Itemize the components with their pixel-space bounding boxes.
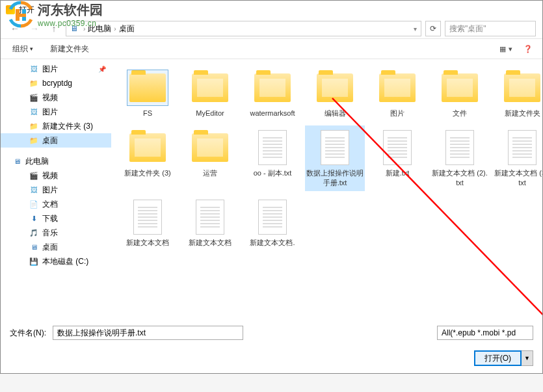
sidebar-item[interactable]: 🖼图片 — [1, 183, 111, 197]
sidebar-item-label: 新建文件夹 (3) — [42, 121, 93, 132]
file-item[interactable]: 图片 — [367, 66, 427, 122]
sidebar-item[interactable]: 💾本地磁盘 (C:) — [1, 254, 111, 268]
file-item[interactable]: oo - 副本.txt — [243, 125, 302, 191]
folder-icon — [192, 133, 228, 162]
file-item[interactable]: 新建文本文档 (3).txt — [492, 125, 542, 191]
file-label: 新建文本文档 — [189, 238, 232, 247]
text-file-icon — [258, 200, 287, 235]
sidebar-item-label: 音乐 — [42, 228, 58, 239]
folder-icon — [192, 73, 228, 102]
app-icon — [6, 5, 15, 14]
sidebar-item-label: 此电脑 — [25, 156, 49, 167]
download-icon: ⬇ — [29, 214, 38, 223]
up-button[interactable]: ↑ — [46, 21, 62, 36]
sidebar-item-label: 文档 — [42, 199, 58, 210]
pc-icon: 🖥 — [12, 157, 21, 166]
file-label: 编辑器 — [324, 109, 346, 118]
breadcrumb-current[interactable]: 桌面 — [119, 23, 135, 34]
filename-row: 文件名(N): All(*.epub *.mobi *.pd — [1, 319, 542, 346]
folder-icon: 📁 — [29, 136, 38, 145]
folder-icon — [317, 73, 353, 102]
search-placeholder: 搜索"桌面" — [449, 23, 486, 34]
text-file-icon — [258, 130, 287, 165]
sidebar-item-label: 桌面 — [42, 242, 58, 253]
sidebar-item[interactable]: 🎵音乐 — [1, 226, 111, 240]
file-label: 文件 — [453, 109, 467, 118]
file-label: MyEditor — [196, 109, 224, 118]
sidebar-item[interactable]: 🖥桌面 — [1, 240, 111, 254]
folder-icon: 📁 — [29, 79, 38, 88]
folder-icon — [129, 133, 166, 162]
doc-icon: 📄 — [29, 200, 38, 209]
file-item[interactable]: 新建文本文档 — [118, 195, 178, 251]
chevron-down-icon: ▾ — [30, 46, 33, 52]
sidebar-item-label: 图片 — [42, 64, 58, 75]
filename-input[interactable] — [53, 326, 243, 340]
breadcrumb[interactable]: 🖥 › 此电脑 › 桌面 ▾ — [66, 21, 421, 36]
refresh-button[interactable]: ⟳ — [425, 21, 441, 36]
sidebar-item[interactable]: ⬇下载 — [1, 211, 111, 226]
file-item[interactable]: 新建文件夹 (3) — [118, 125, 178, 191]
music-icon: 🎵 — [29, 228, 38, 237]
chevron-down-icon[interactable]: ▾ — [414, 25, 417, 33]
video-icon: 🎬 — [29, 93, 38, 102]
chevron-right-icon: › — [114, 25, 116, 33]
file-area[interactable]: FSMyEditorwatermarksoft编辑器图片文件新建文件夹新建文件夹… — [111, 59, 542, 319]
sidebar-item[interactable]: 🎬视频 — [1, 90, 111, 105]
sidebar-item[interactable]: 🖼图片 — [1, 105, 111, 119]
open-button[interactable]: 打开(O) — [474, 350, 522, 366]
organize-button[interactable]: 组织 ▾ — [7, 41, 38, 57]
file-item[interactable]: 新建文件夹 — [492, 66, 542, 122]
pic-icon: 🖼 — [29, 107, 38, 116]
breadcrumb-root[interactable]: 此电脑 — [88, 23, 111, 34]
sidebar-item-label: bcryptdg — [42, 79, 72, 88]
sidebar-item[interactable]: 🖼图片📌 — [1, 62, 111, 76]
pic-icon: 🖼 — [29, 64, 38, 73]
video-icon: 🎬 — [29, 171, 38, 180]
chevron-right-icon: › — [83, 25, 85, 33]
text-file-icon — [383, 130, 412, 165]
text-file-icon — [445, 130, 474, 165]
file-item[interactable]: 数据上报操作说明手册.txt — [305, 125, 365, 191]
text-file-icon — [508, 130, 536, 165]
text-file-icon — [196, 200, 224, 235]
file-item[interactable]: MyEditor — [180, 66, 240, 122]
sidebar-item-label: 本地磁盘 (C:) — [42, 256, 88, 267]
file-item[interactable]: 文件 — [430, 66, 490, 122]
view-mode-button[interactable]: ▦ ▾ — [498, 42, 514, 55]
file-item[interactable]: 新建文本文档. — [243, 195, 302, 251]
file-item[interactable]: FS — [118, 66, 178, 122]
folder-icon — [504, 73, 540, 102]
sidebar-item[interactable]: 📁新建文件夹 (3) — [1, 119, 111, 133]
toolbar: 组织 ▾ 新建文件夹 ▦ ▾ ❓ — [1, 38, 542, 59]
file-item[interactable]: watermarksoft — [243, 66, 302, 122]
forward-button[interactable]: → — [27, 21, 42, 36]
title-bar: 打开 — [1, 1, 542, 19]
sidebar-item-label: 图片 — [42, 185, 58, 196]
back-button[interactable]: ← — [7, 21, 23, 36]
file-item[interactable]: 新建文本文档 (2).txt — [430, 125, 490, 191]
file-label: 新建文件夹 (3) — [124, 168, 171, 177]
file-label: oo - 副本.txt — [254, 168, 292, 177]
file-item[interactable]: 运营 — [180, 125, 240, 191]
sidebar-this-pc[interactable]: 🖥此电脑 — [1, 154, 111, 168]
open-dropdown-button[interactable]: ▼ — [522, 350, 533, 366]
folder-icon — [129, 73, 166, 102]
file-item[interactable]: 新建文本文档 — [180, 195, 240, 251]
file-label: 数据上报操作说明手册.txt — [306, 168, 364, 187]
file-type-filter[interactable]: All(*.epub *.mobi *.pd — [437, 326, 533, 340]
button-row: 打开(O) ▼ — [1, 346, 542, 375]
search-input[interactable]: 搜索"桌面" — [445, 21, 536, 36]
sidebar-item[interactable]: 🎬视频 — [1, 168, 111, 183]
sidebar-item[interactable]: 📁桌面 — [1, 133, 111, 148]
sidebar-item[interactable]: 📄文档 — [1, 197, 111, 211]
sidebar-item-label: 视频 — [42, 92, 58, 103]
sidebar-item[interactable]: 📁bcryptdg — [1, 76, 111, 90]
file-item[interactable]: 编辑器 — [305, 66, 365, 122]
help-button[interactable]: ❓ — [520, 42, 536, 55]
file-item[interactable]: 新建.txt — [367, 125, 427, 191]
new-folder-button[interactable]: 新建文件夹 — [45, 41, 94, 57]
folder-icon — [379, 73, 416, 102]
file-label: 运营 — [203, 168, 217, 177]
folder-icon — [254, 73, 291, 102]
